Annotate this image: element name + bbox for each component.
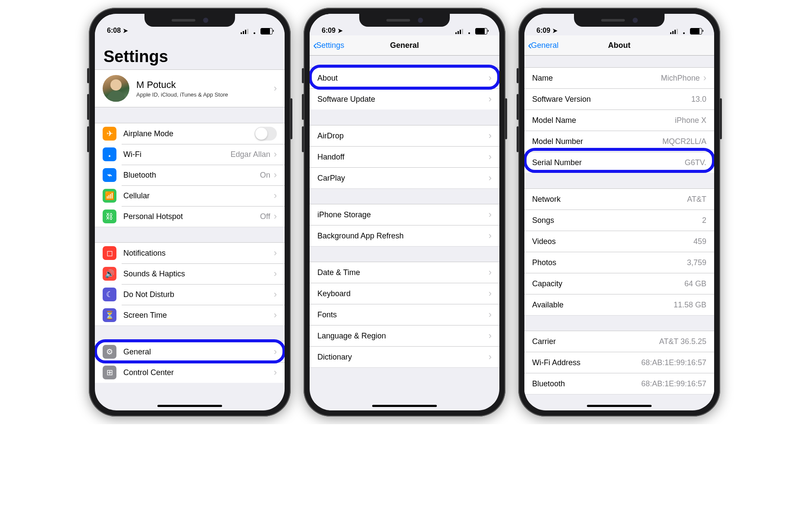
notch [144,14,235,27]
hotspot-icon: ⛓ [103,210,116,223]
row-keyboard[interactable]: Keyboard › [310,283,499,304]
chevron-right-icon: › [489,173,492,183]
home-indicator[interactable] [372,405,437,407]
airplane-icon: ✈︎ [103,127,116,141]
row-name[interactable]: Name MichPhone › [524,67,714,88]
row-model-name[interactable]: Model Name iPhone X [524,110,714,131]
row-language-region[interactable]: Language & Region › [310,325,499,346]
airplane-toggle[interactable] [254,127,277,141]
avatar [103,75,129,102]
profile-name: M Potuck [136,79,228,91]
notch [574,14,665,27]
wifi-icon [680,29,687,34]
row-date-time[interactable]: Date & Time › [310,262,499,283]
cellular-signal-icon [670,29,678,34]
row-dnd[interactable]: ☾ Do Not Disturb › [95,284,285,305]
chevron-right-icon: › [489,152,492,162]
row-software-update[interactable]: Software Update › [310,88,499,110]
chevron-right-icon: › [274,191,277,200]
back-button[interactable]: ‹ General [528,39,558,51]
chevron-right-icon: › [489,210,492,219]
wifi-settings-icon [103,147,116,161]
chevron-right-icon: › [489,94,492,104]
row-airdrop[interactable]: AirDrop › [310,125,499,146]
row-bluetooth[interactable]: ⌁ Bluetooth On › [95,165,285,185]
bluetooth-icon: ⌁ [103,168,116,182]
back-button[interactable]: ‹ Settings [313,39,344,51]
chevron-right-icon: › [489,73,492,83]
status-time: 6:09 [322,27,336,34]
chevron-right-icon: › [274,269,277,279]
chevron-right-icon: › [489,231,492,241]
row-available[interactable]: Available 11.58 GB [524,294,714,315]
row-screen-time[interactable]: ⏳ Screen Time › [95,305,285,325]
home-indicator[interactable] [157,405,222,407]
chevron-right-icon: › [274,150,277,159]
status-time: 6:08 [107,27,121,34]
cellular-signal-icon [241,29,248,34]
chevron-right-icon: › [489,289,492,298]
row-about[interactable]: About › [310,67,499,88]
row-iphone-storage[interactable]: iPhone Storage › [310,204,499,225]
row-carrier[interactable]: Carrier AT&T 36.5.25 [524,331,714,352]
location-icon: ➤ [552,28,558,34]
chevron-right-icon: › [274,347,277,357]
location-icon: ➤ [123,28,128,34]
row-wifi[interactable]: Wi-Fi Edgar Allan › [95,144,285,165]
row-carplay[interactable]: CarPlay › [310,167,499,188]
row-cellular[interactable]: 📶 Cellular › [95,185,285,206]
row-songs[interactable]: Songs 2 [524,210,714,231]
home-indicator[interactable] [587,405,652,407]
cellular-signal-icon [455,29,463,34]
phone-general: 6:09 ➤ ‹ Settings General About › [304,8,505,416]
row-software-version[interactable]: Software Version 13.0 [524,88,714,110]
phone-about: 6:09 ➤ ‹ General About Name MichPhone › [518,8,720,416]
row-control-center[interactable]: ⊞ Control Center › [95,362,285,383]
profile-subtitle: Apple ID, iCloud, iTunes & App Store [136,91,228,98]
chevron-right-icon: › [489,268,492,277]
chevron-right-icon: › [274,248,277,258]
wifi-icon [466,29,473,34]
chevron-right-icon: › [489,310,492,319]
notifications-icon: ◻︎ [103,246,116,260]
location-icon: ➤ [338,28,343,34]
row-hotspot[interactable]: ⛓ Personal Hotspot Off › [95,206,285,227]
chevron-right-icon: › [274,310,277,320]
notch [359,14,450,27]
chevron-right-icon: › [703,73,706,83]
battery-icon [260,28,273,34]
battery-icon [475,28,487,34]
chevron-right-icon: › [274,212,277,221]
battery-icon [690,28,702,34]
screen-time-icon: ⏳ [103,308,116,322]
row-capacity[interactable]: Capacity 64 GB [524,273,714,294]
chevron-right-icon: › [274,368,277,377]
wifi-icon [251,29,258,34]
chevron-right-icon: › [274,170,277,180]
nav-bar: ‹ General About [524,35,714,56]
row-airplane-mode[interactable]: ✈︎ Airplane Mode [95,123,285,144]
cellular-icon: 📶 [103,189,116,203]
row-serial-number[interactable]: Serial Number G6TV. [524,152,714,173]
row-notifications[interactable]: ◻︎ Notifications › [95,242,285,263]
row-handoff[interactable]: Handoff › [310,146,499,167]
row-general[interactable]: ⚙︎ General › [95,341,285,362]
page-title: Settings [95,34,285,69]
apple-id-row[interactable]: M Potuck Apple ID, iCloud, iTunes & App … [95,69,285,107]
chevron-right-icon: › [274,83,277,94]
row-bg-refresh[interactable]: Background App Refresh › [310,225,499,246]
row-model-number[interactable]: Model Number MQCR2LL/A [524,131,714,152]
row-videos[interactable]: Videos 459 [524,231,714,252]
row-fonts[interactable]: Fonts › [310,304,499,325]
chevron-right-icon: › [489,352,492,362]
row-bluetooth-address[interactable]: Bluetooth 68:AB:1E:99:16:57 [524,373,714,394]
chevron-right-icon: › [489,331,492,341]
row-sounds[interactable]: 🔊 Sounds & Haptics › [95,263,285,284]
row-wifi-address[interactable]: Wi-Fi Address 68:AB:1E:99:16:57 [524,352,714,373]
row-dictionary[interactable]: Dictionary › [310,346,499,367]
gear-icon: ⚙︎ [103,345,116,359]
status-time: 6:09 [536,27,550,34]
row-network[interactable]: Network AT&T [524,188,714,210]
phone-settings: 6:08 ➤ Settings M Potuck Apple ID, iClou… [89,8,291,416]
row-photos[interactable]: Photos 3,759 [524,252,714,273]
